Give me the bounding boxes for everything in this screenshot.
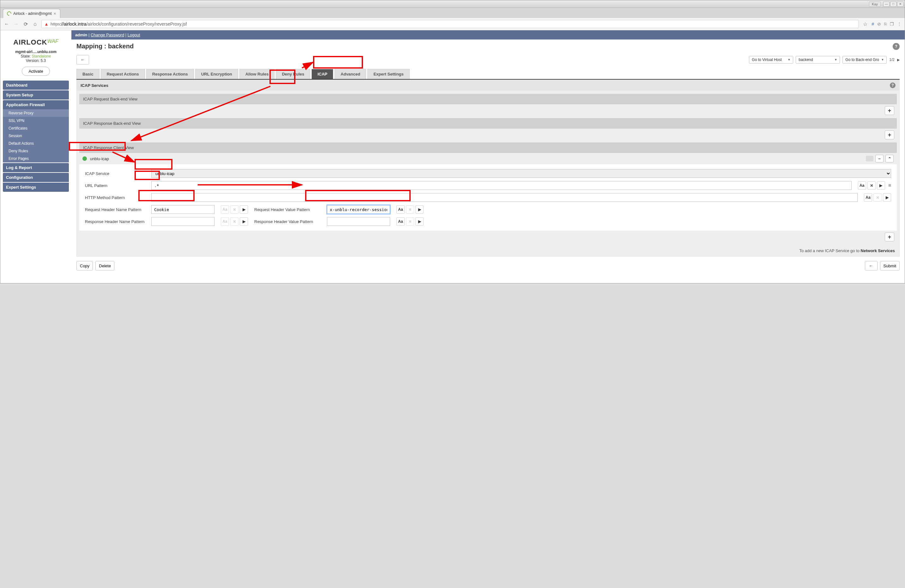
status-dot-icon: [83, 156, 87, 161]
case-sensitive-icon: Aa: [221, 205, 229, 214]
tab-allow-rules[interactable]: Allow Rules: [240, 69, 275, 79]
tab-basic[interactable]: Basic: [76, 69, 100, 79]
case-sensitive-icon: Aa: [221, 218, 229, 226]
invert-icon: ⤨: [230, 218, 238, 226]
label-http-method: HTTP Method Pattern: [85, 195, 145, 200]
icap-service-select[interactable]: unblu-icap: [151, 169, 891, 178]
tab-request-actions[interactable]: Request Actions: [101, 69, 145, 79]
section-icap-response-client: ICAP Response Client View: [79, 143, 897, 153]
current-user: admin: [75, 33, 87, 37]
nav-expert-settings[interactable]: Expert Settings: [3, 183, 69, 192]
nav-ssl-vpn[interactable]: SSL VPN: [3, 117, 69, 124]
tab-url-encryption[interactable]: URL Encryption: [195, 69, 238, 79]
menu-icon[interactable]: ≡: [888, 183, 891, 188]
window-minimize-icon[interactable]: —: [883, 2, 889, 6]
resp-header-value-input[interactable]: [327, 217, 390, 226]
play-icon[interactable]: ▶: [415, 205, 424, 214]
delete-button[interactable]: Delete: [95, 261, 114, 270]
comment-icon[interactable]: [866, 156, 873, 162]
nav-reload-icon[interactable]: ⟳: [22, 21, 29, 27]
invert-icon: ⤨: [406, 205, 414, 214]
browser-menu-icon[interactable]: ⋮: [897, 21, 902, 27]
nav-application-firewall[interactable]: Application Firewall: [3, 100, 69, 109]
http-method-input[interactable]: [151, 193, 857, 202]
tab-expert-settings[interactable]: Expert Settings: [367, 69, 410, 79]
panel-title: ICAP Services: [81, 83, 108, 88]
label-req-header-name: Request Header Name Pattern: [85, 207, 145, 212]
remove-service-button[interactable]: −: [875, 155, 884, 162]
tab-close-icon[interactable]: ×: [54, 11, 56, 16]
play-icon[interactable]: ▶: [877, 181, 885, 189]
window-close-icon[interactable]: ✕: [897, 2, 903, 6]
activate-button[interactable]: Activate: [22, 67, 49, 76]
submit-button[interactable]: Submit: [880, 261, 900, 270]
nav-configuration[interactable]: Configuration: [3, 173, 69, 182]
tab-advanced[interactable]: Advanced: [335, 69, 366, 79]
add-response-backend-button[interactable]: +: [885, 130, 894, 139]
os-user-badge: Kay: [869, 2, 881, 6]
label-req-header-value: Request Header Value Pattern: [254, 207, 321, 212]
change-password-link[interactable]: Change Password: [90, 33, 124, 37]
goto-backend-group-select[interactable]: Go to Back-end Gro▼: [843, 56, 887, 64]
resp-header-name-input[interactable]: [151, 217, 214, 226]
favicon-icon: [6, 10, 12, 17]
nav-error-pages[interactable]: Error Pages: [3, 155, 69, 162]
goto-virtual-host-select[interactable]: Go to Virtual Host▼: [749, 56, 793, 64]
browser-tab[interactable]: Airlock - admin@mgmt ×: [3, 9, 60, 18]
tab-deny-rules[interactable]: Deny Rules: [276, 69, 310, 79]
add-request-backend-button[interactable]: +: [885, 106, 894, 115]
add-response-client-button[interactable]: +: [885, 232, 894, 242]
tab-icap[interactable]: ICAP: [311, 69, 333, 79]
pager: 1/2: [889, 57, 895, 62]
url-protocol: https: [51, 21, 60, 27]
play-icon[interactable]: ▶: [240, 205, 248, 214]
nav-dashboard[interactable]: Dashboard: [3, 81, 69, 90]
copy-button[interactable]: Copy: [76, 261, 93, 270]
req-header-value-input[interactable]: [327, 205, 390, 214]
panel-help-icon[interactable]: ?: [890, 83, 895, 88]
nav-system-setup[interactable]: System Setup: [3, 91, 69, 100]
play-icon[interactable]: ▶: [240, 218, 248, 226]
invert-icon[interactable]: ⤨: [867, 181, 876, 189]
ext-hash-icon[interactable]: #: [872, 21, 874, 27]
nav-log-report[interactable]: Log & Report: [3, 163, 69, 172]
nav-default-actions[interactable]: Default Actions: [3, 140, 69, 147]
prev-button[interactable]: ←: [865, 261, 878, 270]
invert-icon[interactable]: ⤨: [873, 193, 882, 202]
url-input[interactable]: ▲ https://airlock.intra/airlock/configur…: [41, 20, 859, 28]
mgmt-host: mgmt-airl….unblu.com: [3, 49, 69, 54]
nav-home-icon[interactable]: ⌂: [32, 21, 38, 27]
ext-doc-icon[interactable]: ⎘: [884, 21, 887, 27]
nav-reverse-proxy[interactable]: Reverse Proxy: [3, 109, 69, 117]
collapse-icon[interactable]: ⌃: [885, 155, 894, 162]
case-sensitive-icon[interactable]: Aa: [864, 193, 872, 202]
nav-certificates[interactable]: Certificates: [3, 124, 69, 132]
version-label: Version: 5.3: [3, 59, 69, 63]
url-pattern-input[interactable]: [151, 181, 852, 190]
url-host: ://airlock.intra: [60, 21, 86, 27]
invert-icon: ⤨: [406, 218, 414, 226]
case-sensitive-icon[interactable]: Aa: [858, 181, 866, 189]
bookmark-star-icon[interactable]: ☆: [862, 21, 868, 27]
nav-back-icon[interactable]: ←: [3, 21, 10, 27]
nav-forward-icon: →: [13, 21, 19, 27]
url-path: /airlock/configuration/reverseProxy/reve…: [86, 21, 187, 27]
backend-select[interactable]: backend▼: [796, 56, 840, 64]
back-button[interactable]: ←: [76, 55, 89, 64]
pager-next-icon[interactable]: ▶: [897, 58, 900, 62]
window-maximize-icon[interactable]: □: [890, 2, 897, 6]
play-icon[interactable]: ▶: [415, 218, 424, 226]
ext-stack-icon[interactable]: ❐: [890, 21, 894, 27]
nav-deny-rules[interactable]: Deny Rules: [3, 147, 69, 155]
case-sensitive-icon[interactable]: Aa: [397, 205, 405, 214]
req-header-name-input[interactable]: [151, 205, 214, 214]
case-sensitive-icon[interactable]: Aa: [397, 218, 405, 226]
help-icon[interactable]: ?: [893, 43, 900, 50]
ext-block-icon[interactable]: ⊘: [877, 21, 881, 27]
label-icap-service: ICAP Service: [85, 171, 145, 176]
logout-link[interactable]: Logout: [128, 33, 140, 37]
play-icon[interactable]: ▶: [883, 193, 891, 202]
nav-session[interactable]: Session: [3, 132, 69, 140]
footer-note: To add a new ICAP Service go to Network …: [77, 245, 899, 256]
tab-response-actions[interactable]: Response Actions: [146, 69, 194, 79]
